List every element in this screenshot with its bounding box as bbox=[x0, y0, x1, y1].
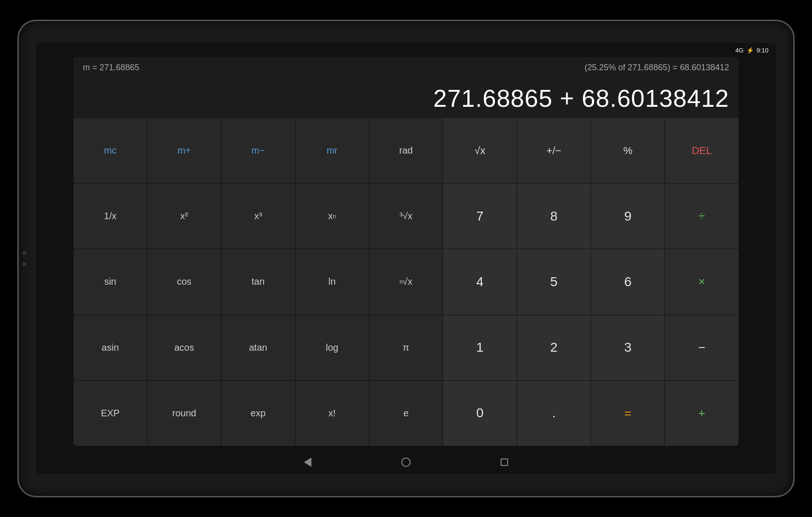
acos-button[interactable]: acos bbox=[148, 315, 221, 380]
multiply-button[interactable]: × bbox=[665, 249, 738, 314]
exp-label-button[interactable]: EXP bbox=[74, 381, 147, 446]
percent-button[interactable]: % bbox=[591, 118, 664, 183]
battery-icon: ⚡ bbox=[746, 47, 754, 54]
7-button[interactable]: 7 bbox=[443, 184, 517, 249]
0-button[interactable]: 0 bbox=[443, 381, 517, 446]
subtract-button[interactable]: − bbox=[665, 315, 738, 380]
cos-button[interactable]: cos bbox=[148, 249, 221, 314]
mc-button[interactable]: mc bbox=[74, 118, 147, 183]
xn-button[interactable]: xn bbox=[295, 184, 369, 249]
mr-button[interactable]: mr bbox=[295, 118, 369, 183]
4-button[interactable]: 4 bbox=[443, 249, 517, 314]
add-button[interactable]: + bbox=[665, 381, 738, 446]
equals-button[interactable]: = bbox=[591, 381, 664, 446]
2-button[interactable]: 2 bbox=[517, 315, 591, 380]
reciprocal-button[interactable]: 1/x bbox=[74, 184, 147, 249]
tablet-screen: 4G ⚡ 9:10 m = 271.68865 (25.25% of 271.6… bbox=[36, 43, 776, 474]
divide-button[interactable]: ÷ bbox=[665, 184, 738, 249]
sqrt-button[interactable]: √x bbox=[443, 118, 517, 183]
button-grid: mc m+ m− mr rad √x +/− % DEL 1/x x² x³ x… bbox=[74, 118, 738, 446]
status-icons: 4G ⚡ 9:10 bbox=[735, 47, 768, 54]
6-button[interactable]: 6 bbox=[591, 249, 664, 314]
square-button[interactable]: x² bbox=[148, 184, 221, 249]
recent-button[interactable] bbox=[497, 455, 511, 469]
recent-icon bbox=[501, 458, 508, 466]
tan-button[interactable]: tan bbox=[221, 249, 295, 314]
display-info-row: m = 271.68865 (25.25% of 271.68865) = 68… bbox=[83, 63, 729, 73]
exp-button[interactable]: exp bbox=[221, 381, 295, 446]
9-button[interactable]: 9 bbox=[591, 184, 664, 249]
del-button[interactable]: DEL bbox=[665, 118, 738, 183]
factorial-button[interactable]: x! bbox=[295, 381, 369, 446]
home-icon bbox=[401, 458, 411, 467]
5-button[interactable]: 5 bbox=[517, 249, 591, 314]
status-bar: 4G ⚡ 9:10 bbox=[36, 43, 776, 57]
rad-button[interactable]: rad bbox=[369, 118, 443, 183]
signal-indicator: 4G bbox=[735, 47, 743, 54]
round-button[interactable]: round bbox=[148, 381, 221, 446]
8-button[interactable]: 8 bbox=[517, 184, 591, 249]
3-button[interactable]: 3 bbox=[591, 315, 664, 380]
cube-button[interactable]: x³ bbox=[221, 184, 295, 249]
side-dot-2 bbox=[22, 262, 26, 266]
log-button[interactable]: log bbox=[295, 315, 369, 380]
nav-bar bbox=[36, 451, 776, 474]
pi-button[interactable]: π bbox=[369, 315, 443, 380]
mminus-button[interactable]: m− bbox=[221, 118, 295, 183]
clock: 9:10 bbox=[757, 47, 768, 54]
mplus-button[interactable]: m+ bbox=[148, 118, 221, 183]
side-dot-1 bbox=[22, 251, 26, 255]
calculator-app: m = 271.68865 (25.25% of 271.68865) = 68… bbox=[74, 57, 738, 446]
asin-button[interactable]: asin bbox=[74, 315, 147, 380]
side-dots bbox=[22, 251, 26, 266]
sin-button[interactable]: sin bbox=[74, 249, 147, 314]
cbrt-button[interactable]: ³√x bbox=[369, 184, 443, 249]
calculator-display: m = 271.68865 (25.25% of 271.68865) = 68… bbox=[74, 57, 738, 118]
plusminus-button[interactable]: +/− bbox=[517, 118, 591, 183]
nrt-button[interactable]: n√x bbox=[369, 249, 443, 314]
percentage-result: (25.25% of 271.68865) = 68.60138412 bbox=[584, 63, 729, 73]
ln-button[interactable]: ln bbox=[295, 249, 369, 314]
main-expression: 271.68865 + 68.60138412 bbox=[83, 80, 729, 112]
back-icon bbox=[304, 458, 311, 467]
back-button[interactable] bbox=[301, 455, 315, 469]
memory-value: m = 271.68865 bbox=[83, 63, 140, 73]
home-button[interactable] bbox=[399, 455, 413, 469]
1-button[interactable]: 1 bbox=[443, 315, 517, 380]
e-button[interactable]: e bbox=[369, 381, 443, 446]
tablet-frame: 4G ⚡ 9:10 m = 271.68865 (25.25% of 271.6… bbox=[17, 20, 795, 497]
dot-button[interactable]: . bbox=[517, 381, 591, 446]
atan-button[interactable]: atan bbox=[221, 315, 295, 380]
